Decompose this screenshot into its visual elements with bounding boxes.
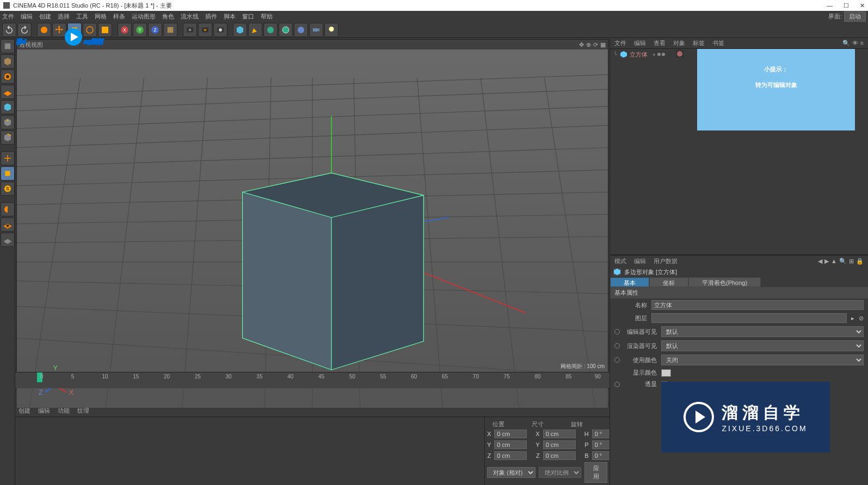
menu-tools[interactable]: 工具: [76, 13, 88, 21]
menu-spline[interactable]: 样条: [113, 13, 125, 21]
attr-fwd-icon[interactable]: ▶: [824, 258, 829, 265]
menu-create[interactable]: 创建: [39, 13, 51, 21]
om-edit[interactable]: 编辑: [634, 39, 646, 47]
z-axis-lock[interactable]: Z: [148, 23, 162, 37]
y-axis-lock[interactable]: Y: [133, 23, 147, 37]
pos-z-input[interactable]: [494, 451, 527, 460]
attr-use-color-select[interactable]: 关闭: [661, 355, 864, 365]
live-select-tool[interactable]: [37, 23, 51, 37]
snap-button[interactable]: S: [1, 182, 15, 196]
viewport-move-icon[interactable]: ✥: [579, 41, 584, 48]
om-tags[interactable]: 标签: [693, 39, 705, 47]
phong-tag-icon[interactable]: [676, 50, 684, 59]
om-file[interactable]: 文件: [614, 39, 626, 47]
subtab-basic[interactable]: 基本: [610, 277, 649, 287]
om-search-icon[interactable]: 🔍: [842, 40, 850, 47]
model-mode-button[interactable]: [1, 54, 15, 69]
pos-x-input[interactable]: [494, 430, 527, 438]
maximize-button[interactable]: ☐: [844, 2, 849, 9]
texture-mode-button[interactable]: [1, 70, 15, 84]
workplane-button[interactable]: [1, 85, 15, 99]
viewport-solo-button[interactable]: [1, 166, 15, 181]
scale-tool[interactable]: [67, 23, 82, 37]
camera-button[interactable]: [309, 23, 323, 37]
use-color-radio[interactable]: [614, 357, 620, 363]
object-manager[interactable]: └ 立方体 ▫ 小提示： 转为可编辑对象: [610, 49, 868, 256]
object-expand-icon[interactable]: └: [613, 51, 618, 58]
subtab-coord[interactable]: 坐标: [649, 277, 688, 287]
editor-vis-radio[interactable]: [614, 329, 620, 334]
attr-editor-vis-select[interactable]: 默认: [661, 326, 864, 337]
x-axis-lock[interactable]: X: [118, 23, 132, 37]
undo-button[interactable]: [2, 23, 16, 37]
attr-back-icon[interactable]: ◀: [818, 258, 822, 265]
menu-mograph[interactable]: 运动图形: [132, 13, 156, 21]
attr-userdata[interactable]: 用户数据: [654, 257, 678, 265]
coord-mode2-select[interactable]: 绝对比例: [539, 467, 581, 478]
viewport-perspective[interactable]: 透视视图 ✥ ⊕ ⟳ ▦: [16, 39, 608, 371]
om-view[interactable]: 查看: [654, 39, 666, 47]
attr-lock-icon[interactable]: 🔒: [856, 258, 864, 265]
render-pv-button[interactable]: [198, 23, 212, 37]
xray-radio[interactable]: [614, 382, 620, 387]
layer-picker-icon[interactable]: ▸: [851, 315, 854, 322]
pos-y-input[interactable]: [494, 440, 527, 449]
attr-mode[interactable]: 模式: [614, 257, 626, 265]
viewport-zoom-icon[interactable]: ⊕: [586, 41, 591, 48]
viewport-toggle-icon[interactable]: ▦: [600, 41, 606, 48]
om-eye-icon[interactable]: 👁: [852, 40, 858, 47]
coord-mode-select[interactable]: 对象 (相对): [487, 467, 535, 478]
render-view-button[interactable]: [183, 23, 197, 37]
render-vis-radio[interactable]: [614, 343, 620, 349]
edge-mode-button[interactable]: [1, 130, 15, 145]
object-visibility-toggle[interactable]: [657, 53, 670, 56]
render-settings-button[interactable]: [213, 23, 227, 37]
menu-plugins[interactable]: 插件: [205, 13, 217, 21]
om-layers-icon[interactable]: ≡: [860, 40, 864, 47]
locked-workplane-button[interactable]: [1, 217, 15, 232]
coord-apply-button[interactable]: 应用: [584, 462, 607, 483]
redo-button[interactable]: [17, 23, 32, 37]
spline-pen-button[interactable]: [248, 23, 262, 37]
timeline-ruler[interactable]: 0 5 10 15 20 25 30 35 40 45 50 55 60 65 …: [15, 372, 610, 388]
light-button[interactable]: [324, 23, 338, 37]
enable-axis-button[interactable]: [1, 151, 15, 165]
attr-edit[interactable]: 编辑: [634, 257, 646, 265]
viewport-canvas[interactable]: X Y Z: [17, 40, 608, 408]
menu-help[interactable]: 帮助: [261, 13, 273, 21]
viewport-rotate-icon[interactable]: ⟳: [593, 41, 598, 48]
attr-layer-input[interactable]: [651, 313, 847, 323]
move-tool[interactable]: [52, 23, 66, 37]
generator-button[interactable]: [263, 23, 278, 37]
om-bookmarks[interactable]: 书签: [712, 39, 724, 47]
display-color-swatch[interactable]: [661, 369, 671, 377]
coord-system-button[interactable]: [163, 23, 177, 37]
object-mode-button[interactable]: [1, 100, 15, 114]
attr-name-input[interactable]: [651, 300, 864, 310]
attr-new-icon[interactable]: ⊞: [849, 258, 854, 265]
menu-mesh[interactable]: 网格: [95, 13, 107, 21]
rotate-tool[interactable]: [83, 23, 97, 37]
minimize-button[interactable]: —: [827, 2, 833, 9]
point-mode-button[interactable]: [1, 115, 15, 129]
attr-render-vis-select[interactable]: 默认: [661, 340, 864, 351]
menu-file[interactable]: 文件: [2, 13, 14, 21]
menu-window[interactable]: 窗口: [242, 13, 254, 21]
menu-edit[interactable]: 编辑: [21, 13, 33, 21]
size-x-input[interactable]: [543, 430, 576, 438]
attr-up-icon[interactable]: ▲: [831, 258, 837, 265]
object-layer-icon[interactable]: ▫: [653, 51, 655, 58]
layer-clear-icon[interactable]: ⊘: [859, 315, 864, 322]
last-tool[interactable]: [98, 23, 112, 37]
planar-workplane-button[interactable]: [1, 233, 15, 247]
layout-select[interactable]: 启动: [844, 11, 866, 22]
make-editable-button[interactable]: [1, 39, 15, 53]
size-z-input[interactable]: [543, 451, 576, 460]
material-manager-area[interactable]: [15, 417, 484, 485]
size-y-input[interactable]: [543, 440, 576, 449]
subtab-phong[interactable]: 平滑着色(Phong): [688, 277, 761, 287]
menu-script[interactable]: 脚本: [224, 13, 236, 21]
environment-button[interactable]: [294, 23, 308, 37]
menu-character[interactable]: 角色: [162, 13, 174, 21]
close-button[interactable]: ✕: [860, 2, 865, 9]
